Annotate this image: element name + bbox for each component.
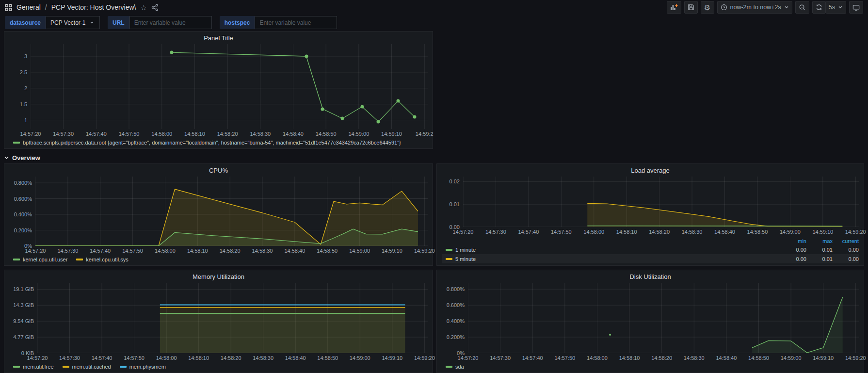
x-axis: 14:57:2014:57:3014:57:4014:57:5014:58:00… bbox=[463, 227, 859, 236]
x-tick-label: 14:59:2 bbox=[416, 131, 434, 137]
legend-item[interactable]: 1 minute bbox=[446, 247, 780, 253]
section-title: Overview bbox=[12, 154, 40, 162]
x-tick-label: 14:59:10 bbox=[382, 248, 402, 254]
share-icon[interactable] bbox=[151, 4, 159, 11]
x-tick-label: 14:57:30 bbox=[59, 355, 80, 361]
data-point bbox=[413, 115, 416, 119]
legend-item[interactable]: mem.util.free bbox=[13, 364, 54, 370]
panel-header[interactable]: Disk Utilization bbox=[442, 270, 859, 283]
legend-swatch bbox=[76, 259, 83, 260]
variable-url-input[interactable] bbox=[129, 16, 212, 29]
legend-item[interactable]: mem.physmem bbox=[120, 364, 166, 370]
panel-header[interactable]: Memory Utilization bbox=[9, 270, 428, 283]
chevron-down-icon bbox=[784, 5, 789, 10]
legend-item[interactable]: 5 minute bbox=[446, 256, 780, 262]
legend-item[interactable]: kernel.cpu.util.user bbox=[13, 257, 67, 262]
time-range-picker[interactable]: now-2m to now+2s bbox=[717, 1, 792, 14]
panel-title-text: CPU% bbox=[209, 167, 228, 174]
dashboard-settings-button[interactable]: ⚙ bbox=[701, 1, 714, 14]
refresh-interval-dropdown[interactable]: 5s bbox=[826, 1, 846, 14]
x-axis: 14:57:2014:57:3014:57:4014:57:5014:58:00… bbox=[31, 129, 428, 138]
y-tick-label: 0.600% bbox=[447, 302, 465, 308]
legend-item[interactable]: kernel.cpu.util.sys bbox=[76, 257, 128, 262]
zoom-out-button[interactable] bbox=[795, 1, 809, 14]
dashboard-grid-icon[interactable] bbox=[5, 4, 12, 11]
legend-swatch bbox=[446, 249, 452, 251]
x-tick-label: 14:58:10 bbox=[187, 248, 208, 254]
x-tick-label: 14:58:40 bbox=[714, 229, 735, 235]
legend-swatch bbox=[13, 259, 20, 260]
x-tick-label: 14:57:50 bbox=[122, 248, 143, 254]
x-tick-label: 14:58:50 bbox=[317, 355, 338, 361]
y-axis: 0.800%0.600%0.400%0.200%0% bbox=[442, 283, 468, 353]
x-tick-label: 14:57:30 bbox=[490, 355, 511, 361]
x-tick-label: 14:58:40 bbox=[283, 131, 304, 137]
x-tick-label: 14:58:00 bbox=[155, 248, 176, 254]
legend-stat-value: 0.00 bbox=[780, 247, 806, 253]
y-tick-label: 3 bbox=[24, 53, 27, 59]
legend-stat-header[interactable]: current bbox=[833, 238, 859, 244]
memory-utilization-panel: Memory Utilization 19.1 GiB14.3 GiB9.54 … bbox=[4, 270, 433, 373]
breadcrumb-folder[interactable]: General bbox=[16, 3, 41, 11]
chart-canvas bbox=[468, 283, 859, 353]
panel-header[interactable]: CPU% bbox=[9, 164, 428, 177]
x-tick-label: 14:58:20 bbox=[651, 355, 672, 361]
x-tick-label: 14:57:50 bbox=[124, 355, 145, 361]
legend-stat-header[interactable]: min bbox=[780, 238, 806, 244]
y-axis: 0.800%0.600%0.400%0.200%0% bbox=[9, 177, 35, 246]
panel-title-text: Panel Title bbox=[204, 34, 233, 42]
save-dashboard-button[interactable] bbox=[684, 1, 698, 14]
grafana-dashboard: General / PCP Vector: Host Overview\ ☆ bbox=[0, 0, 868, 373]
x-tick-label: 14:58:50 bbox=[748, 355, 769, 361]
data-point bbox=[397, 99, 400, 103]
legend-item[interactable]: sda bbox=[446, 364, 464, 370]
legend-stat-header[interactable]: max bbox=[806, 238, 833, 244]
x-tick-label: 14:59:10 bbox=[812, 229, 833, 235]
x-tick-label: 14:58:00 bbox=[151, 131, 172, 137]
legend-row: 5 minute0.000.010.00 bbox=[442, 254, 859, 263]
refresh-button[interactable] bbox=[812, 1, 826, 14]
section-row-overview[interactable]: Overview bbox=[4, 153, 40, 162]
breadcrumb-dashboard-title[interactable]: PCP Vector: Host Overview\ bbox=[51, 3, 136, 11]
x-tick-label: 14:58:50 bbox=[747, 229, 768, 235]
x-tick-label: 14:59:00 bbox=[349, 248, 370, 254]
legend-item[interactable]: bpftrace.scripts.pidpersec.data.root {ag… bbox=[13, 140, 401, 146]
y-tick-label: 1 bbox=[24, 117, 27, 123]
panel-header[interactable]: Panel Title bbox=[9, 32, 428, 44]
x-tick-label: 14:57:30 bbox=[53, 131, 74, 137]
x-tick-label: 14:58:30 bbox=[682, 229, 703, 235]
legend-swatch bbox=[120, 366, 127, 368]
panel-title-text: Load average bbox=[631, 167, 670, 174]
variable-hostspec-input[interactable] bbox=[255, 16, 337, 29]
star-icon[interactable]: ☆ bbox=[141, 4, 147, 11]
chevron-down-icon bbox=[4, 155, 9, 161]
legend-series-name: mem.util.free bbox=[23, 364, 54, 370]
x-tick-label: 14:59:10 bbox=[381, 131, 402, 137]
chart-canvas bbox=[31, 44, 428, 129]
legend-item[interactable]: mem.util.cached bbox=[63, 364, 111, 370]
variable-datasource-select[interactable]: PCP Vector-1 bbox=[46, 16, 100, 29]
data-point bbox=[341, 117, 344, 120]
x-tick-label: 14:58:00 bbox=[587, 355, 608, 361]
chart-canvas bbox=[463, 177, 859, 227]
x-axis: 14:57:2014:57:3014:57:4014:57:5014:58:00… bbox=[35, 246, 428, 255]
tv-monitor-icon bbox=[852, 4, 860, 11]
y-tick-label: 0.02 bbox=[450, 178, 460, 184]
x-tick-label: 14:57:20 bbox=[458, 355, 479, 361]
y-tick-label: 2 bbox=[24, 85, 27, 91]
add-panel-button[interactable] bbox=[667, 1, 681, 14]
x-tick-label: 14:59:10 bbox=[813, 355, 834, 361]
data-point bbox=[170, 51, 174, 54]
top-navbar: General / PCP Vector: Host Overview\ ☆ bbox=[0, 0, 868, 15]
y-tick-label: 0.800% bbox=[14, 180, 32, 186]
load-average-panel: Load average 0.020.010.0014:57:2014:57:3… bbox=[436, 163, 864, 266]
legend-stat-value: 0.00 bbox=[780, 256, 806, 262]
x-tick-label: 14:58:00 bbox=[156, 355, 177, 361]
panel-header[interactable]: Load average bbox=[442, 164, 859, 177]
x-tick-label: 14:57:20 bbox=[453, 229, 474, 235]
chevron-down-icon bbox=[838, 5, 843, 10]
x-tick-label: 14:58:30 bbox=[253, 355, 273, 361]
save-icon bbox=[688, 4, 694, 11]
cycle-view-mode-button[interactable] bbox=[849, 1, 863, 14]
y-tick-label: 0.800% bbox=[447, 286, 465, 292]
